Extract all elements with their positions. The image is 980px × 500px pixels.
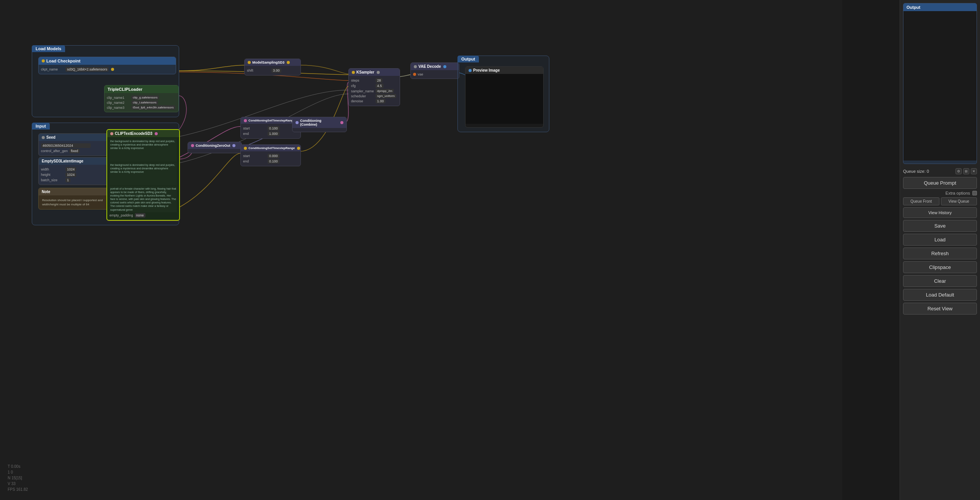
load-default-button[interactable]: Load Default bbox=[903, 289, 977, 301]
node-empty-latent-header: EmptySD3LatentImage bbox=[39, 157, 109, 165]
canvas-area[interactable]: Load Models Load Checkpoint ckpt_name sd… bbox=[0, 0, 842, 500]
output-panel-header: Output bbox=[903, 3, 977, 11]
node-cond-combine-header: Conditioning (Combine) bbox=[292, 117, 346, 128]
node-note-header: Note bbox=[39, 188, 109, 195]
clip-positive-text1: the background is dominated by deep red … bbox=[109, 139, 177, 162]
reset-view-button[interactable]: Reset View bbox=[903, 303, 977, 315]
clipspace-button[interactable]: Clipspace bbox=[903, 261, 977, 273]
node-ksampler[interactable]: KSampler steps 28 cfg 4.5 sampler_name d… bbox=[348, 68, 400, 106]
stat-t: T 0.00s bbox=[8, 464, 28, 469]
clear-button[interactable]: Clear bbox=[903, 275, 977, 287]
node-cond-timestep2-header: ConditioningSetTimestepRange bbox=[241, 145, 301, 151]
output-panel: Output bbox=[903, 3, 977, 164]
load-button[interactable]: Load bbox=[903, 234, 977, 246]
save-button[interactable]: Save bbox=[903, 220, 977, 232]
input-port bbox=[244, 147, 247, 150]
output-port bbox=[232, 144, 235, 147]
input-port bbox=[191, 144, 194, 147]
node-empty-latent[interactable]: EmptySD3LatentImage width 1024 height 10… bbox=[38, 157, 109, 185]
extra-options-row: Extra options bbox=[903, 191, 977, 195]
node-triple-clip-header: TripleCLIPLoader bbox=[105, 85, 178, 93]
preview-image-area bbox=[466, 74, 543, 124]
port-dot bbox=[42, 136, 45, 139]
queue-close-btn[interactable]: ✕ bbox=[971, 168, 977, 174]
port-dot bbox=[42, 59, 45, 62]
input-port bbox=[296, 121, 299, 124]
input-port bbox=[352, 71, 355, 74]
node-ksampler-header: KSampler bbox=[349, 69, 400, 76]
input-port bbox=[414, 65, 417, 68]
node-cond-timestep2[interactable]: ConditioningSetTimestepRange start 0.000… bbox=[240, 144, 301, 166]
view-history-button[interactable]: View History bbox=[903, 207, 977, 218]
output-port bbox=[155, 132, 158, 135]
node-clip-positive[interactable]: CLIPTextEncodeSD3 the background is domi… bbox=[106, 129, 180, 221]
node-preview-image[interactable]: Preview Image bbox=[465, 66, 544, 128]
queue-controls: ⚙ ⊞ ✕ bbox=[956, 168, 977, 174]
port-dot bbox=[110, 132, 113, 135]
stat-b: 1 0 bbox=[8, 469, 28, 475]
node-seed[interactable]: Seed 4605013650412024 control_after_gen … bbox=[38, 133, 109, 156]
stat-v: V 33 bbox=[8, 481, 28, 487]
stats-panel: T 0.00s 1 0 N 15[15] V 33 FPS 161.82 bbox=[8, 464, 28, 492]
node-model-sampling-header: ModelSamplingSD3 bbox=[245, 59, 301, 66]
queue-size-label: Queue size: 0 bbox=[903, 169, 929, 174]
extra-options-label: Extra options bbox=[946, 191, 970, 195]
node-clip-positive-header: CLIPTextEncodeSD3 bbox=[107, 130, 179, 137]
node-cond-zero-header: ConditioningZeroOut bbox=[188, 142, 242, 149]
output-port bbox=[340, 121, 343, 124]
queue-front-button[interactable]: Queue Front bbox=[903, 197, 939, 205]
input-port bbox=[248, 61, 251, 64]
node-preview-header: Preview Image bbox=[466, 67, 543, 74]
stat-fps: FPS 161.82 bbox=[8, 487, 28, 492]
output-port bbox=[377, 71, 380, 74]
queue-expand-btn[interactable]: ⊞ bbox=[963, 168, 969, 174]
queue-sub-row: Queue Front View Queue bbox=[903, 197, 977, 205]
queue-settings-btn[interactable]: ⚙ bbox=[956, 168, 962, 174]
node-load-checkpoint-header: Load Checkpoint bbox=[39, 57, 176, 65]
node-vae-decode-header: VAE Decode bbox=[411, 63, 459, 70]
node-model-sampling[interactable]: ModelSamplingSD3 shift 3.00 bbox=[244, 59, 301, 75]
clip3-row: clip_name3 t5xxl_fp8_e4m3fn.safetensors bbox=[107, 105, 176, 110]
clip1-row: clip_name1 clip_g.safetensors bbox=[107, 95, 176, 100]
node-cond-zero[interactable]: ConditioningZeroOut bbox=[188, 142, 242, 153]
queue-prompt-button[interactable]: Queue Prompt bbox=[903, 177, 977, 189]
output-port bbox=[297, 147, 300, 150]
node-cond-timestep1-header: ConditioningSetTimestepRange bbox=[241, 117, 301, 124]
group-input-title: Input bbox=[32, 123, 50, 130]
input-port bbox=[244, 119, 247, 122]
node-cond-combine[interactable]: Conditioning (Combine) bbox=[292, 117, 347, 132]
stat-n: N 15[15] bbox=[8, 475, 28, 481]
output-port bbox=[443, 65, 446, 68]
clip2-row: clip_name2 clip_l.safetensors bbox=[107, 100, 176, 105]
input-port bbox=[469, 69, 472, 72]
refresh-button[interactable]: Refresh bbox=[903, 248, 977, 259]
vae-input-port bbox=[413, 73, 416, 76]
node-load-checkpoint[interactable]: Load Checkpoint ckpt_name sd3Q_16bit×2.s… bbox=[38, 57, 176, 74]
output-port bbox=[111, 68, 114, 71]
extra-options-checkbox[interactable] bbox=[972, 191, 977, 195]
group-load-models-title: Load Models bbox=[32, 45, 65, 52]
clip-positive-text2: the background is dominated by deep red … bbox=[109, 162, 177, 185]
queue-size-row: Queue size: 0 ⚙ ⊞ ✕ bbox=[903, 167, 977, 175]
view-queue-button[interactable]: View Queue bbox=[941, 197, 977, 205]
node-triple-clip[interactable]: TripleCLIPLoader clip_name1 clip_g.safet… bbox=[104, 85, 179, 112]
clip-positive-text3: portrait of a female character with long… bbox=[109, 186, 177, 212]
note-text: Resolution should be placed I supported … bbox=[41, 197, 106, 208]
output-port bbox=[287, 61, 290, 64]
output-panel-content bbox=[903, 11, 977, 161]
group-output-title: Output bbox=[457, 56, 479, 62]
node-seed-header: Seed bbox=[39, 134, 109, 141]
node-note[interactable]: Note Resolution should be placed I suppo… bbox=[38, 188, 109, 210]
node-vae-decode[interactable]: VAE Decode vae bbox=[410, 62, 459, 79]
right-sidebar: Output Queue size: 0 ⚙ ⊞ ✕ Queue Prompt … bbox=[900, 0, 980, 500]
ckpt-name-row: ckpt_name sd3Q_16bit×2.safetensors bbox=[41, 67, 173, 72]
